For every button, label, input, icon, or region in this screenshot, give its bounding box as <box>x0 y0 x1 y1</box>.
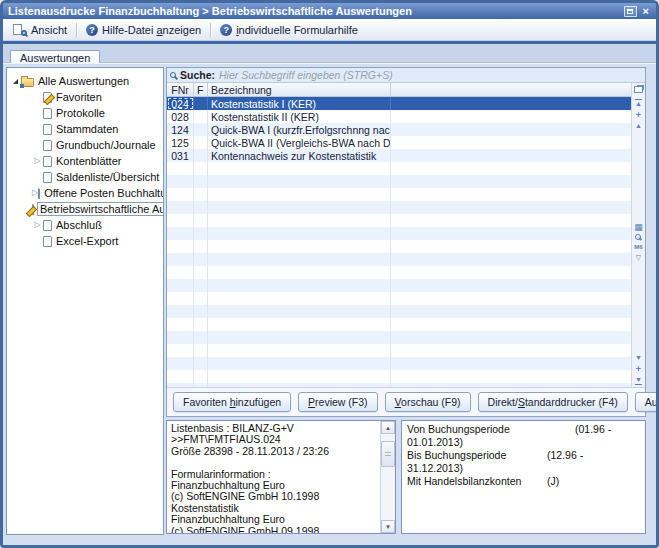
help-icon: ? <box>86 24 98 36</box>
tree-item-betriebswirtschaftliche-auswertungen[interactable]: Betriebswirtschaftliche Auswertungen <box>7 201 163 217</box>
report-parameters-panel: Von Buchungsperiode(01.96 - 01.01.2013) … <box>401 420 646 534</box>
cell-bezeichnung: Kontennachweis zur Kostenstatistik <box>208 149 391 162</box>
vorschau-button[interactable]: Vorschau (F9) <box>385 392 471 412</box>
tree-item-kontenblaetter[interactable]: ▷ Kontenblätter <box>7 153 163 169</box>
document-icon <box>43 156 52 167</box>
cell-bezeichnung: Quick-BWA I (kurzfr.Erfolgsrchnng nach D… <box>208 123 391 136</box>
table-row-selected[interactable]: 024 Kostenstatistik I (KER) <box>167 97 631 110</box>
search-label: Suche: <box>180 69 215 81</box>
param-label: Mit Handelsbilanzkonten <box>407 475 547 488</box>
document-edit-icon <box>43 92 52 103</box>
action-button-bar: Favoriten hinzufügen Preview (F3) Vorsch… <box>167 387 645 416</box>
info-scrollbar[interactable]: ▲ ▼ <box>380 421 395 533</box>
scroll-to-bottom-icon[interactable]: ▼ <box>635 376 642 385</box>
folder-icon <box>21 78 34 87</box>
tree-item-offene-posten[interactable]: ▷ Offene Posten Buchhaltung <box>7 185 163 201</box>
memo-icon[interactable]: M6 <box>634 243 642 251</box>
report-table: FNr F Bezeichnung 024 Kostenstatistik I … <box>167 83 631 387</box>
page-down-icon[interactable]: + <box>636 365 641 373</box>
document-icon <box>38 188 40 199</box>
grid-options-icon[interactable]: ▦ <box>634 223 643 231</box>
tree-item-abschluss[interactable]: ▷ Abschluß <box>7 217 163 233</box>
param-value: (J) <box>547 475 559 487</box>
tab-strip: Auswertungen <box>3 44 656 63</box>
tree-item-label: Excel-Export <box>56 235 118 247</box>
tree-item-saldenliste[interactable]: Saldenliste/Übersicht <box>7 169 163 185</box>
cell-fnr: 031 <box>167 149 194 162</box>
document-edit-icon <box>32 204 34 215</box>
document-icon <box>43 172 52 183</box>
hilfe-datei-button[interactable]: ? Hilfe-Datei anzeigen <box>80 22 207 38</box>
cell-bezeichnung: Kostenstatistik I (KER) <box>208 97 391 110</box>
page-up-icon[interactable]: + <box>636 111 641 119</box>
column-chooser-icon[interactable] <box>634 86 643 93</box>
tree-item-alle-auswertungen[interactable]: Alle Auswertungen <box>7 73 163 89</box>
tree-item-label: Kontenblätter <box>56 155 121 167</box>
formularhilfe-button[interactable]: ? individuelle Formularhilfe <box>214 22 364 38</box>
hilfe-datei-label: Hilfe-Datei anzeigen <box>102 24 201 36</box>
formularhilfe-label: individuelle Formularhilfe <box>236 24 358 36</box>
cell-f <box>194 149 208 162</box>
ansicht-label: Ansicht <box>31 24 67 36</box>
direkt-standarddrucker-button[interactable]: Direkt/Standarddrucker (F4) <box>478 392 628 412</box>
table-row[interactable]: 031 Kontennachweis zur Kostenstatistik <box>167 149 631 162</box>
restore-button[interactable] <box>624 6 637 17</box>
window-title: Listenausdrucke Finanzbuchhaltung > Betr… <box>8 5 412 17</box>
column-header-bezeichnung[interactable]: Bezeichnung <box>208 83 391 96</box>
tree-item-label: Protokolle <box>56 107 105 119</box>
table-row[interactable]: 124 Quick-BWA I (kurzfr.Erfolgsrchnng na… <box>167 123 631 136</box>
scrollbar-track[interactable] <box>381 434 395 520</box>
grid-line <box>193 162 194 387</box>
document-icon <box>43 220 52 231</box>
zoom-icon[interactable] <box>635 234 641 240</box>
cell-fnr: 124 <box>167 123 194 136</box>
column-header-fnr[interactable]: FNr <box>167 83 194 96</box>
cell-empty <box>391 149 631 162</box>
cell-fnr: 125 <box>167 136 194 149</box>
cell-empty <box>391 136 631 149</box>
tree-item-label: Stammdaten <box>56 123 118 135</box>
tree-item-stammdaten[interactable]: Stammdaten <box>7 121 163 137</box>
table-side-toolbar: ▲ + ▲ ▦ M6 ▽ ▼ + ▼ <box>631 83 645 387</box>
filter-icon[interactable]: ▽ <box>636 254 641 262</box>
param-row: Bis Buchungsperiode(12.96 - 31.12.2013) <box>407 449 640 475</box>
table-row[interactable]: 028 Kostenstatistik II (KER) <box>167 110 631 123</box>
table-row[interactable]: 125 Quick-BWA II (Vergleichs-BWA nach Da… <box>167 136 631 149</box>
search-input[interactable] <box>219 69 642 82</box>
cell-f <box>194 110 208 123</box>
table-header-row: FNr F Bezeichnung <box>167 83 631 97</box>
tree-item-excel-export[interactable]: Excel-Export <box>7 233 163 249</box>
app-window: Listenausdrucke Finanzbuchhaltung > Betr… <box>0 0 659 548</box>
scrollbar-thumb[interactable] <box>381 441 395 467</box>
tree-item-label: Favoriten <box>56 91 102 103</box>
ansicht-button[interactable]: Ansicht <box>7 22 73 38</box>
report-list-panel: Suche: FNr F Bezeichnung 024 <box>166 67 646 417</box>
document-icon <box>43 236 52 247</box>
row-down-icon[interactable]: ▼ <box>635 354 642 362</box>
tree-item-favoriten[interactable]: Favoriten <box>7 89 163 105</box>
close-button[interactable]: × <box>641 6 651 17</box>
scrollbar-down-icon[interactable]: ▼ <box>381 520 395 533</box>
scroll-to-top-icon[interactable]: ▲ <box>635 99 642 108</box>
tree-item-label: Saldenliste/Übersicht <box>56 171 159 183</box>
empty-rows-area <box>167 162 631 387</box>
cell-f <box>194 136 208 149</box>
row-up-icon[interactable]: ▲ <box>635 122 642 130</box>
help-icon: ? <box>220 24 232 36</box>
cell-bezeichnung: Quick-BWA II (Vergleichs-BWA nach Datev) <box>208 136 391 149</box>
auswertung-drucken-button[interactable]: Auswertung drucken <box>635 392 659 412</box>
title-bar: Listenausdrucke Finanzbuchhaltung > Betr… <box>3 3 656 19</box>
param-label: Bis Buchungsperiode <box>407 449 547 462</box>
triangle-expanded-icon[interactable] <box>13 79 18 84</box>
preview-button[interactable]: Preview (F3) <box>298 392 378 412</box>
favoriten-hinzufuegen-button[interactable]: Favoriten hinzufügen <box>173 392 291 412</box>
chevron-right-icon[interactable]: ▷ <box>34 221 40 229</box>
tree-item-label: Alle Auswertungen <box>38 75 129 87</box>
tree-item-grundbuch-journale[interactable]: Grundbuch/Journale <box>7 137 163 153</box>
column-header-f[interactable]: F <box>194 83 208 96</box>
cell-f <box>194 123 208 136</box>
scrollbar-up-icon[interactable]: ▲ <box>381 421 395 434</box>
tree-item-protokolle[interactable]: Protokolle <box>7 105 163 121</box>
chevron-right-icon[interactable]: ▷ <box>34 157 40 165</box>
column-header-empty[interactable] <box>391 83 631 96</box>
